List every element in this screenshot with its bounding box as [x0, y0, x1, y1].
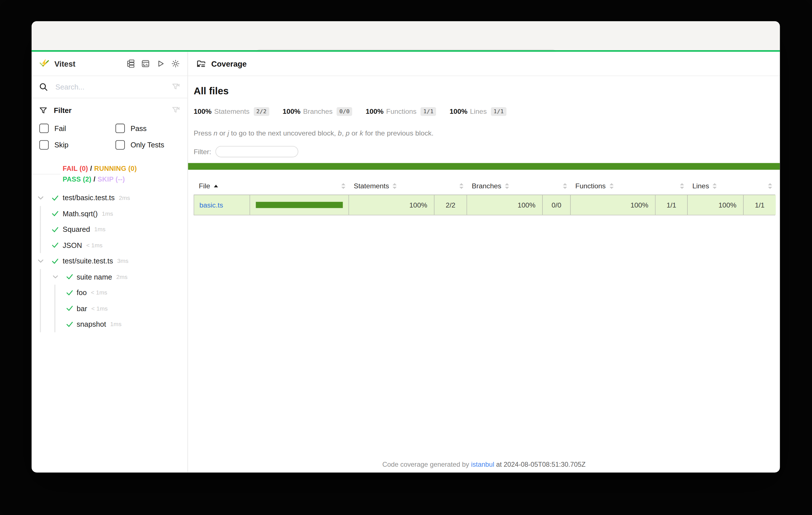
istanbul-link[interactable]: istanbul: [471, 460, 494, 468]
coverage-header: Coverage: [188, 52, 780, 76]
coverage-table-row: basic.ts 100% 2/2 100% 0/0 100% 1/1 100%: [194, 194, 775, 215]
test-name: JSON: [63, 241, 82, 249]
checkbox-box[interactable]: [39, 124, 49, 133]
pass-check-icon: [51, 257, 59, 265]
summary-separator: /: [93, 175, 95, 183]
tree-guide-line: [40, 221, 41, 237]
browser-window: localhost:51204/__vitest__/#/: [32, 21, 780, 473]
sort-icon: [505, 183, 509, 189]
coverage-filter-input[interactable]: [215, 146, 298, 157]
tree-row-test[interactable]: Math.sqrt() 1ms: [32, 206, 187, 222]
tree-guide-line: [40, 269, 41, 284]
sort-icon: [563, 183, 567, 189]
test-sidebar: Vitest: [32, 52, 188, 473]
clear-filters-icon[interactable]: [172, 106, 180, 114]
summary-line-2: PASS (2)/SKIP (--): [63, 174, 187, 185]
keyboard-hint: Press n or j to go to the next uncovered…: [194, 129, 780, 137]
checkbox-fail[interactable]: Fail: [39, 124, 115, 133]
coverage-report: All files 100% Statements 2/2 100% Branc…: [188, 76, 780, 473]
test-name: suite name: [77, 272, 112, 281]
sort-asc-icon: [214, 185, 218, 187]
stat-label: Statements: [214, 108, 250, 115]
page-title: Coverage: [211, 59, 246, 68]
stat-fraction-badge: 2/2: [254, 107, 269, 116]
tree-row-file[interactable]: test/suite.test.ts 3ms: [32, 253, 187, 269]
file-cell: basic.ts: [194, 195, 250, 215]
sort-icon: [609, 183, 613, 189]
tree-row-test[interactable]: bar < 1ms: [32, 300, 187, 316]
play-icon: [156, 59, 165, 68]
tree-row-suite[interactable]: suite name 2ms: [32, 269, 187, 284]
funnel-icon: [39, 107, 47, 114]
coverage-keyline-bar: [188, 163, 780, 170]
dashboard-icon: [141, 59, 150, 68]
vitest-ui: Vitest: [32, 52, 780, 473]
coverage-table-header: File Statements: [194, 178, 775, 194]
tests-view-button[interactable]: [126, 59, 135, 68]
pass-check-icon: [66, 289, 74, 296]
checkbox-skip[interactable]: Skip: [39, 140, 115, 150]
column-header-branches[interactable]: Branches: [466, 178, 542, 194]
checkbox-box[interactable]: [116, 140, 125, 150]
tree-guide-line: [40, 300, 41, 316]
checkbox-box[interactable]: [116, 124, 125, 133]
pass-check-icon: [51, 210, 59, 217]
coverage-panel: Coverage All files 100% Statements 2/2 1…: [188, 52, 780, 473]
functions-frac-cell: 1/1: [656, 195, 688, 215]
status-pass: PASS (2): [63, 175, 91, 183]
test-duration: 1ms: [110, 321, 121, 327]
footer-prefix: Code coverage generated by: [382, 460, 471, 468]
filter-label: Filter: [54, 106, 72, 114]
test-name: snapshot: [77, 320, 106, 328]
coverage-stats: 100% Statements 2/2 100% Branches 0/0 10…: [194, 107, 780, 116]
tree-row-test[interactable]: snapshot 1ms: [32, 316, 187, 332]
stat-lines: 100% Lines 1/1: [450, 107, 506, 116]
test-duration: 1ms: [102, 211, 113, 217]
expand-chevron-icon[interactable]: [52, 274, 58, 280]
column-header-functions[interactable]: Functions: [570, 178, 655, 194]
pass-check-icon: [66, 320, 74, 328]
tree-row-test[interactable]: Squared 1ms: [32, 221, 187, 237]
expand-chevron-icon[interactable]: [37, 258, 44, 264]
column-header-functions-frac[interactable]: [655, 178, 688, 194]
column-header-bar-sort[interactable]: [250, 178, 348, 194]
search-icon: [39, 83, 48, 91]
tree-row-file[interactable]: test/basic.test.ts 2ms: [32, 190, 187, 206]
tree-row-test[interactable]: JSON < 1ms: [32, 237, 187, 253]
column-header-statements-frac[interactable]: [434, 178, 466, 194]
run-summary: FAIL (0)/RUNNING (0) PASS (2)/SKIP (--): [32, 160, 187, 188]
column-header-file[interactable]: File: [194, 178, 250, 194]
expand-chevron-icon[interactable]: [37, 194, 44, 201]
checkbox-only-tests[interactable]: Only Tests: [116, 140, 180, 150]
theme-toggle-button[interactable]: [171, 59, 180, 68]
column-header-lines-frac[interactable]: [743, 178, 775, 194]
sort-icon: [459, 183, 464, 189]
column-header-lines[interactable]: Lines: [687, 178, 743, 194]
stat-label: Lines: [470, 108, 487, 115]
column-header-branches-frac[interactable]: [542, 178, 570, 194]
stat-fraction-badge: 1/1: [491, 107, 506, 116]
test-duration: 2ms: [119, 195, 130, 201]
vitest-logo: [39, 59, 49, 69]
file-link[interactable]: basic.ts: [200, 201, 223, 209]
tree-guide-line: [40, 284, 41, 300]
stat-label: Branches: [303, 108, 333, 115]
stat-label: Functions: [386, 108, 416, 115]
coverage-icon: [196, 59, 206, 69]
tree-row-test[interactable]: foo < 1ms: [32, 284, 187, 300]
checkbox-pass[interactable]: Pass: [116, 124, 180, 133]
dashboard-view-button[interactable]: [141, 59, 150, 68]
clear-search-filter-icon[interactable]: [172, 83, 180, 91]
search-input[interactable]: [54, 82, 172, 91]
test-duration: < 1ms: [86, 242, 103, 248]
test-tree: test/basic.test.ts 2ms Math.sqrt() 1ms S…: [32, 188, 187, 473]
pass-check-icon: [51, 194, 59, 202]
pass-check-icon: [66, 304, 74, 312]
checkbox-label: Fail: [54, 124, 66, 132]
run-all-button[interactable]: [156, 59, 165, 68]
filter-options: Fail Pass Skip Only Tests: [39, 124, 180, 150]
checkbox-box[interactable]: [39, 140, 49, 150]
column-header-statements[interactable]: Statements: [349, 178, 434, 194]
filter-section: Filter Fail Pass: [32, 98, 187, 160]
test-duration: < 1ms: [91, 305, 108, 311]
